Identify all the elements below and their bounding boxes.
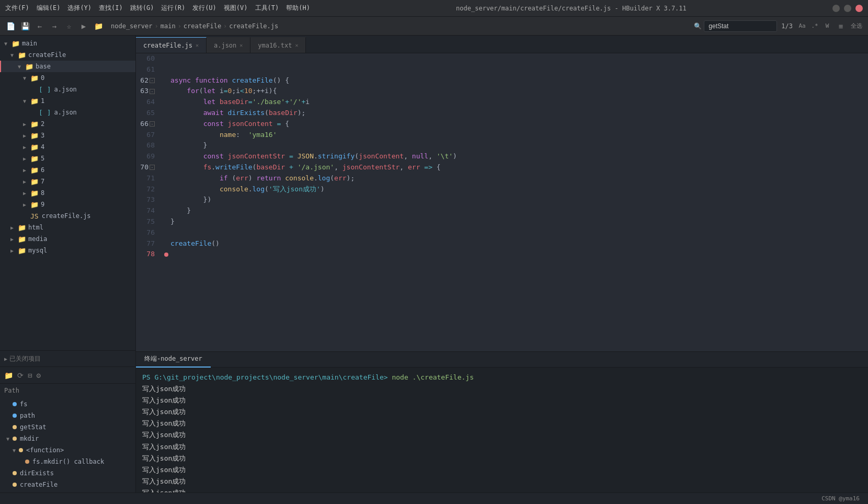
tree-item-media[interactable]: ▶📁media [0,233,135,245]
fold-btn-63[interactable]: - [150,89,155,94]
menu-edit[interactable]: 编辑(E) [37,4,61,13]
tree-item-createfile[interactable]: ▼ 📁 createFile [0,49,135,61]
menu-select[interactable]: 选择(Y) [67,4,92,13]
outline-fs[interactable]: ▶ fs [0,398,135,410]
settings-icon[interactable]: ⚙ [36,371,40,380]
tab-yma16[interactable]: yma16.txt ✕ [250,37,306,53]
breadcrumb-file[interactable]: createFile.js [229,22,278,30]
outline-label-direxists: dirExists [20,469,54,477]
breadcrumb-main[interactable]: main [161,22,176,30]
tree-item-8[interactable]: ▶📁8 [0,187,135,199]
terminal-content[interactable]: PS G:\git_project\node_projects\node_ser… [136,368,868,492]
ln-77: 77 [136,238,158,249]
outline-label-path: path [20,412,35,419]
minimize-btn[interactable] [832,5,840,12]
menu-help[interactable]: 帮助(H) [286,4,310,13]
save-icon[interactable]: 💾 [19,20,31,32]
tree-item-6[interactable]: ▶📁6 [0,164,135,176]
outline-mkdir[interactable]: ▼ mkdir [0,433,135,444]
tree-item-1[interactable]: ▼ 📁 1 [0,95,135,107]
ln-67: 67 [136,130,158,141]
tree-arrow-2: ▶ [23,121,29,127]
menu-publish[interactable]: 发行(U) [192,4,216,13]
outline-label-getstat: getStat [20,423,47,431]
terminal-out-3: 写入json成功 [142,406,862,418]
align-icon[interactable]: ≡ [835,20,847,32]
outline-function[interactable]: ▼ <function> [0,444,135,456]
menu-bar[interactable]: 文件(F) 编辑(E) 选择(Y) 查找(I) 跳转(G) 运行(R) 发行(U… [5,4,310,13]
toolbar-right: 🔍 1/3 Aa .* W ≡ 全选 [694,20,864,32]
outline-label-function: <function> [26,446,64,454]
tree-label-mysql: mysql [28,247,47,254]
terminal-tab-node[interactable]: 终端-node_server [136,352,211,368]
window-controls[interactable] [832,5,863,12]
code-line-75: } [164,216,868,227]
folder-icon-4: 📁 [30,143,39,151]
back-icon[interactable]: ← [33,20,46,32]
tree-item-main[interactable]: ▼ 📁 main [0,38,135,49]
new-folder-icon[interactable]: 📁 [4,371,13,380]
outline-tree: ▶ fs ▶ path ▶ getStat ▼ mkdir [0,397,135,492]
tree-label-3: 3 [41,132,44,139]
outline-path[interactable]: ▶ path [0,410,135,421]
code-editor[interactable]: 60 61 62 - 63 - 64 65 66 - 67 68 69 70 -… [136,53,868,351]
tab-ajson[interactable]: a.json ✕ [207,37,250,53]
fold-btn-62[interactable]: - [150,78,155,83]
menu-run[interactable]: 运行(R) [161,4,185,13]
whole-word-icon[interactable]: W [822,20,832,32]
outline-direxists[interactable]: ▶ dirExists [0,467,135,479]
menu-tools[interactable]: 工具(T) [255,4,279,13]
tree-item-base[interactable]: ▼ 📁 base [0,61,135,72]
tree-item-7[interactable]: ▶📁7 [0,176,135,187]
maximize-btn[interactable] [844,5,851,12]
terminal-command-line: PS G:\git_project\node_projects\node_ser… [142,372,862,383]
breakpoint-78 [164,253,168,257]
folder-icon-6: 📁 [30,166,39,174]
tree-label-ajson1: a.json [54,109,76,116]
tab-close-yma16[interactable]: ✕ [295,42,298,48]
tree-item-ajson-1[interactable]: ▶ [ ] a.json [0,107,135,118]
tree-item-3[interactable]: ▶📁3 [0,130,135,141]
tree-item-ajson-0[interactable]: ▶ [ ] a.json [0,84,135,95]
folder-icon-createfile: 📁 [18,51,26,59]
ln-64: 64 [136,97,158,108]
outline-getstat[interactable]: ▶ getStat [0,421,135,433]
run-icon[interactable]: ▶ [77,20,90,32]
menu-goto[interactable]: 跳转(G) [130,4,154,13]
tree-item-0[interactable]: ▼ 📁 0 [0,72,135,84]
outline-fsmkdir[interactable]: ▶ fs.mkdir() callback [0,456,135,467]
select-all-icon[interactable]: 全选 [849,20,864,32]
folder-icon[interactable]: 📁 [92,20,105,32]
case-sensitive-icon[interactable]: Aa [797,20,807,32]
code-content[interactable]: async function createFile() { for(let i=… [162,53,868,351]
tab-close-createfilejs[interactable]: ✕ [196,42,199,48]
tree-item-4[interactable]: ▶📁4 [0,141,135,153]
new-file-icon[interactable]: 📄 [4,20,17,32]
refresh-icon[interactable]: ⟳ [17,371,24,380]
forward-icon[interactable]: → [48,20,61,32]
tab-createfilejs[interactable]: createFile.js ✕ [136,37,207,53]
fold-btn-66[interactable]: - [150,121,155,127]
outline-createfile[interactable]: ▶ createFile [0,479,135,490]
search-input[interactable] [704,20,777,32]
tree-item-5[interactable]: ▶📁5 [0,153,135,164]
terminal-tabs: 终端-node_server [136,352,868,368]
close-btn[interactable] [855,5,863,12]
bookmark-icon[interactable]: ☆ [63,20,75,32]
menu-find[interactable]: 查找(I) [99,4,123,13]
menu-file[interactable]: 文件(F) [5,4,29,13]
tree-item-mysql[interactable]: ▶📁mysql [0,245,135,256]
tree-item-createfilejs[interactable]: ▶ JS createFile.js [0,210,135,222]
tab-close-ajson[interactable]: ✕ [239,42,243,48]
menu-view[interactable]: 视图(V) [224,4,248,13]
closed-projects-label[interactable]: ▶ 已关闭项目 [4,353,131,364]
breadcrumb-root[interactable]: node_server [111,22,152,30]
regex-icon[interactable]: .* [809,20,820,32]
tree-arrow-main: ▼ [4,41,10,47]
collapse-all-icon[interactable]: ⊟ [28,371,32,380]
tree-item-2[interactable]: ▶📁2 [0,118,135,130]
tree-item-html[interactable]: ▶📁html [0,222,135,233]
breadcrumb-createfile[interactable]: createFile [184,22,221,30]
tree-item-9[interactable]: ▶📁9 [0,199,135,210]
fold-btn-70[interactable]: - [150,165,155,170]
